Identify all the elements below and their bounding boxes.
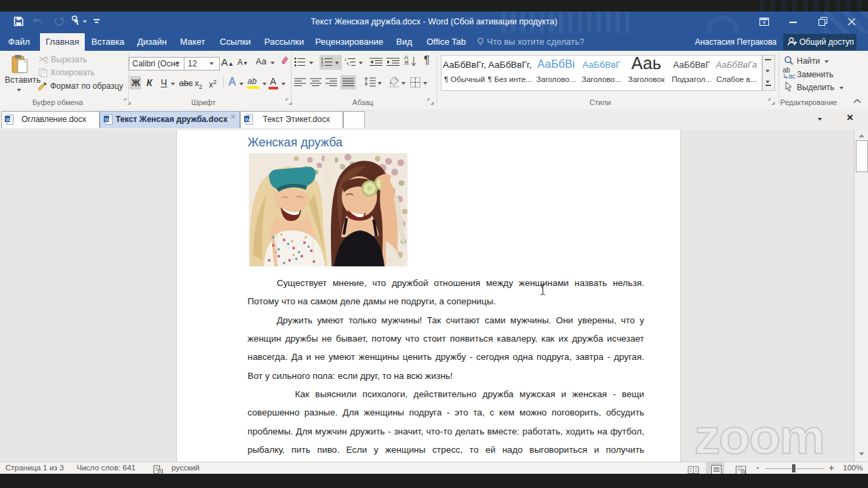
svg-text:W: W (104, 117, 110, 123)
svg-text:i: i (349, 63, 349, 66)
svg-text:W: W (245, 117, 250, 123)
svg-text:W: W (5, 117, 11, 123)
